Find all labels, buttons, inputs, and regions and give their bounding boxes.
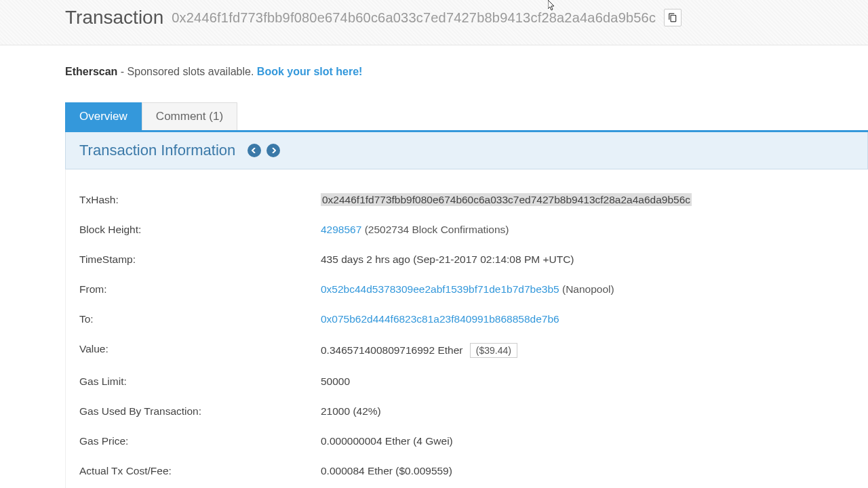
row-txhash: TxHash: 0x2446f1fd773fbb9f080e674b60c6a0…: [79, 194, 854, 206]
label-timestamp: TimeStamp:: [79, 253, 321, 266]
chevron-right-icon: [271, 148, 276, 153]
tab-comment[interactable]: Comment (1): [142, 102, 237, 130]
label-gasprice: Gas Price:: [79, 435, 321, 447]
value-gaslimit: 50000: [321, 375, 854, 388]
sponsor-text: - Sponsored slots available.: [117, 66, 256, 77]
link-to-address[interactable]: 0x075b62d444f6823c81a23f840991b868858de7…: [321, 313, 559, 325]
tab-bar: Overview Comment (1): [65, 102, 868, 132]
label-to: To:: [79, 313, 321, 325]
row-gasused: Gas Used By Transaction: 21000 (42%): [79, 405, 854, 418]
chevron-left-icon: [252, 148, 257, 153]
header-tx-hash: 0x2446f1fd773fbb9f080e674b60c6a033c7ed74…: [172, 10, 656, 26]
row-from: From: 0x52bc44d5378309ee2abf1539bf71de1b…: [79, 283, 854, 296]
value-block-confirmations: (2502734 Block Confirmations): [361, 224, 509, 235]
link-from-address[interactable]: 0x52bc44d5378309ee2abf1539bf71de1b7d7be3…: [321, 283, 559, 295]
copy-hash-button[interactable]: [664, 9, 682, 26]
row-fee: Actual Tx Cost/Fee: 0.000084 Ether ($0.0…: [79, 465, 854, 477]
value-from-name: (Nanopool): [559, 283, 614, 295]
row-timestamp: TimeStamp: 435 days 2 hrs ago (Sep-21-20…: [79, 253, 854, 266]
label-gaslimit: Gas Limit:: [79, 375, 321, 388]
row-gasprice: Gas Price: 0.000000004 Ether (4 Gwei): [79, 435, 854, 447]
row-gaslimit: Gas Limit: 50000: [79, 375, 854, 388]
page-header: Transaction 0x2446f1fd773fbb9f080e674b60…: [0, 0, 868, 45]
label-fee: Actual Tx Cost/Fee:: [79, 465, 321, 477]
link-blockheight[interactable]: 4298567: [321, 224, 361, 235]
row-blockheight: Block Height: 4298567 (2502734 Block Con…: [79, 224, 854, 236]
label-gasused: Gas Used By Transaction:: [79, 405, 321, 418]
label-blockheight: Block Height:: [79, 224, 321, 236]
value-gasprice: 0.000000004 Ether (4 Gwei): [321, 435, 854, 447]
tx-details: TxHash: 0x2446f1fd773fbb9f080e674b60c6a0…: [65, 169, 868, 488]
value-txhash: 0x2446f1fd773fbb9f080e674b60c6a033c7ed74…: [321, 193, 692, 206]
next-tx-button[interactable]: [267, 144, 280, 157]
prev-tx-button[interactable]: [248, 144, 261, 157]
panel-title: Transaction Information: [79, 142, 235, 159]
sponsor-link[interactable]: Book your slot here!: [257, 66, 363, 77]
value-timestamp: 435 days 2 hrs ago (Sep-21-2017 02:14:08…: [321, 253, 854, 266]
page-title: Transaction: [65, 7, 163, 28]
label-from: From:: [79, 283, 321, 296]
main-content: Etherscan - Sponsored slots available. B…: [0, 45, 868, 488]
row-to: To: 0x075b62d444f6823c81a23f840991b86885…: [79, 313, 854, 325]
value-usd: ($39.44): [470, 343, 517, 358]
sponsor-banner: Etherscan - Sponsored slots available. B…: [65, 66, 868, 78]
label-value: Value:: [79, 343, 321, 358]
row-value: Value: 0.346571400809716992 Ether ($39.4…: [79, 343, 854, 358]
tab-overview[interactable]: Overview: [65, 102, 142, 130]
sponsor-brand: Etherscan: [65, 66, 117, 77]
value-fee: 0.000084 Ether ($0.009559): [321, 465, 854, 477]
value-ether: 0.346571400809716992 Ether: [321, 344, 466, 356]
label-txhash: TxHash:: [79, 194, 321, 206]
value-gasused: 21000 (42%): [321, 405, 854, 418]
panel-header: Transaction Information: [65, 132, 868, 169]
copy-icon: [668, 13, 677, 22]
